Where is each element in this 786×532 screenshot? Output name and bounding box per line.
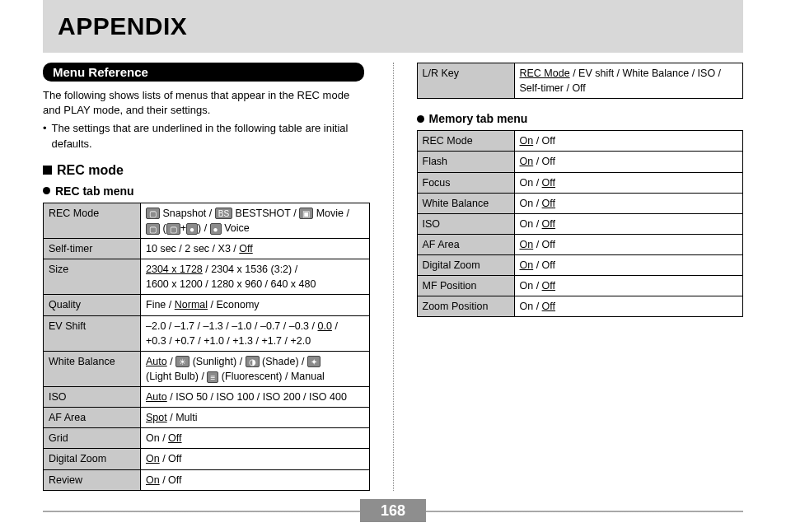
- right-column: L/R Key REC Mode / EV shift / White Bala…: [393, 63, 744, 491]
- rec-tab-heading: REC tab menu: [43, 184, 370, 198]
- cell-key: ISO: [417, 213, 514, 234]
- txt: / ISO 50 / ISO 100 / ISO 200 / ISO 400: [170, 391, 347, 403]
- txt: / Off: [162, 474, 181, 486]
- default-value: On: [146, 453, 160, 464]
- txt: / EV shift / White Balance / ISO /: [573, 68, 721, 79]
- circle-icon: [43, 187, 50, 194]
- txt: –2.0 / –1.7 / –1.3 / –1.0 / –0.7 / –0.3 …: [146, 320, 315, 332]
- txt: /: [335, 320, 337, 332]
- cell-val: On / Off: [514, 213, 743, 234]
- note-text: The settings that are underlined in the …: [52, 121, 370, 151]
- default-value: Off: [168, 432, 181, 444]
- cell-key: Size: [44, 259, 141, 295]
- txt: +: [180, 222, 186, 234]
- table-row: Quality Fine / Normal / Economy: [44, 295, 370, 315]
- table-row: White BalanceOn / Off: [417, 193, 743, 213]
- default-value: Off: [542, 280, 555, 292]
- cell-key: Self-timer: [44, 239, 141, 259]
- mic-icon: ●: [186, 223, 198, 235]
- rec-tab-heading-text: REC tab menu: [55, 184, 134, 198]
- rec-mode-heading-text: REC mode: [57, 163, 124, 178]
- cell-val: On / Off: [141, 449, 370, 469]
- table-row: Self-timer 10 sec / 2 sec / X3 / Off: [44, 239, 370, 259]
- txt: On /: [520, 198, 540, 209]
- lr-key-table: L/R Key REC Mode / EV shift / White Bala…: [417, 63, 744, 99]
- table-row: EV Shift –2.0 / –1.7 / –1.3 / –1.0 / –0.…: [44, 315, 370, 351]
- txt: / Multi: [170, 412, 197, 423]
- memory-tab-heading-text: Memory tab menu: [429, 112, 528, 125]
- left-column: Menu Reference The following shows lists…: [43, 63, 393, 491]
- intro-text: The following shows lists of menus that …: [43, 88, 370, 118]
- table-row: ISO Auto / ISO 50 / ISO 100 / ISO 200 / …: [44, 387, 370, 408]
- square-icon: [43, 166, 52, 175]
- txt: Movie /: [316, 208, 349, 219]
- table-row: Grid On / Off: [44, 428, 370, 449]
- table-row: FocusOn / Off: [417, 172, 743, 193]
- default-value: Off: [542, 198, 555, 209]
- txt: Self-timer / Off: [520, 82, 586, 94]
- txt: Fine /: [146, 299, 171, 310]
- content-columns: Menu Reference The following shows lists…: [43, 63, 743, 491]
- txt: 1600 x 1200 / 1280 x 960 / 640 x 480: [146, 278, 316, 290]
- cell-val: Fine / Normal / Economy: [141, 295, 370, 315]
- cell-key: MF Position: [417, 276, 514, 296]
- cell-key: Review: [44, 469, 141, 490]
- cell-key: Digital Zoom: [417, 255, 514, 276]
- memory-tab-table: REC ModeOn / Off FlashOn / Off FocusOn /…: [417, 130, 744, 317]
- txt: (Sunlight) /: [193, 356, 242, 367]
- txt: On /: [520, 301, 540, 312]
- cell-val: Auto / ISO 50 / ISO 100 / ISO 200 / ISO …: [141, 387, 370, 408]
- note-line: • The settings that are underlined in th…: [43, 121, 370, 151]
- default-value: 0.0: [318, 320, 332, 332]
- txt: On /: [520, 218, 540, 230]
- cell-key: AF Area: [44, 408, 141, 428]
- cell-key: Focus: [417, 172, 514, 193]
- default-value: On: [520, 239, 534, 250]
- cell-key: AF Area: [417, 234, 514, 254]
- txt: / Off: [536, 259, 555, 271]
- table-row: Review On / Off: [44, 469, 370, 490]
- txt: / Off: [536, 135, 555, 147]
- cell-val: 10 sec / 2 sec / X3 / Off: [141, 239, 370, 259]
- default-value: Auto: [146, 356, 167, 367]
- txt: / Off: [162, 453, 181, 464]
- default-value: On: [146, 474, 160, 486]
- default-value: On: [520, 156, 534, 167]
- txt: (Light Bulb) /: [146, 371, 204, 382]
- footer: 168: [43, 499, 743, 524]
- sunlight-icon: ☀: [175, 356, 189, 367]
- cell-key: Digital Zoom: [44, 449, 141, 469]
- default-value: REC Mode: [520, 68, 570, 79]
- table-row: Digital Zoom On / Off: [44, 449, 370, 469]
- cell-key: Grid: [44, 428, 141, 449]
- bullet-icon: •: [43, 121, 47, 151]
- memory-tab-heading: Memory tab menu: [417, 112, 744, 125]
- table-row: ISOOn / Off: [417, 213, 743, 234]
- table-row: MF PositionOn / Off: [417, 276, 743, 296]
- cell-key: EV Shift: [44, 315, 141, 351]
- cell-key: White Balance: [44, 351, 141, 386]
- table-row: Digital ZoomOn / Off: [417, 255, 743, 276]
- cell-key: L/R Key: [417, 63, 514, 99]
- txt: BESTSHOT /: [236, 208, 297, 219]
- cell-val: Spot / Multi: [141, 408, 370, 428]
- default-value: On: [520, 259, 534, 271]
- cell-val: On / Off: [514, 172, 743, 193]
- cell-val: ▢ Snapshot / BS BESTSHOT / ▣ Movie / ▢ (…: [141, 203, 370, 238]
- page: APPENDIX Menu Reference The following sh…: [0, 0, 786, 532]
- cell-val: On / Off: [141, 469, 370, 490]
- table-row: FlashOn / Off: [417, 152, 743, 172]
- header-band: APPENDIX: [43, 0, 743, 53]
- cell-val: Auto / ☀ (Sunlight) / ◑ (Shade) / ✦ (Lig…: [141, 351, 370, 386]
- cell-key: REC Mode: [44, 203, 141, 238]
- default-value: On: [520, 135, 534, 147]
- fluorescent-icon: ≡: [207, 371, 218, 383]
- page-number: 168: [360, 499, 426, 522]
- cell-key: Quality: [44, 295, 141, 315]
- txt: /: [170, 356, 172, 367]
- cell-val: On / Off: [141, 428, 370, 449]
- default-value: 2304 x 1728: [146, 264, 203, 275]
- cell-val: On / Off: [514, 193, 743, 213]
- txt: ) /: [198, 222, 207, 234]
- cell-key: Flash: [417, 152, 514, 172]
